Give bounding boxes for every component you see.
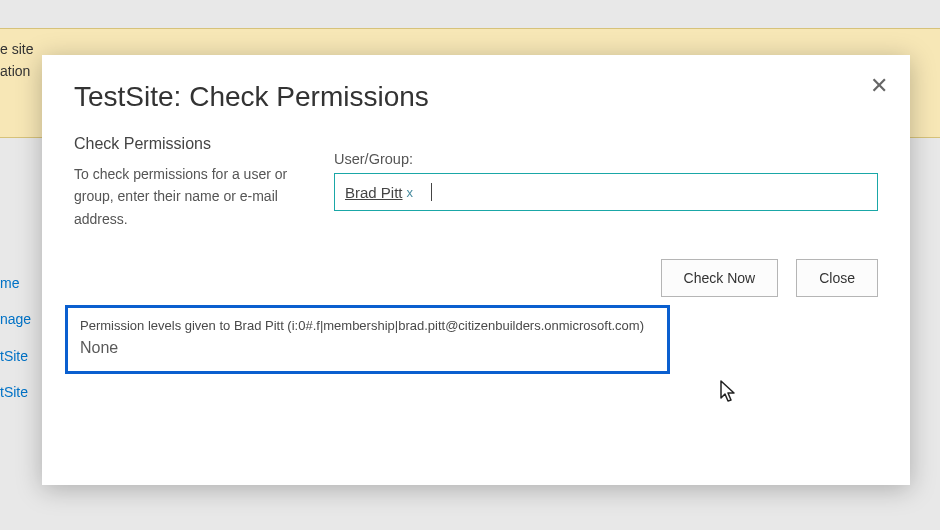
close-icon[interactable]: ✕ (870, 73, 888, 99)
user-group-input[interactable]: Brad Pitt x (334, 173, 878, 211)
left-nav: me nage tSite tSite (0, 265, 31, 411)
result-header: Permission levels given to Brad Pitt (i:… (80, 318, 655, 333)
user-group-label: User/Group: (334, 151, 878, 167)
nav-link[interactable]: tSite (0, 338, 31, 374)
check-now-button[interactable]: Check Now (661, 259, 779, 297)
dialog-title: TestSite: Check Permissions (74, 81, 878, 113)
result-value: None (80, 339, 655, 357)
check-permissions-dialog: ✕ TestSite: Check Permissions Check Perm… (42, 55, 910, 485)
nav-link[interactable]: tSite (0, 374, 31, 410)
nav-link[interactable]: me (0, 265, 31, 301)
nav-link[interactable]: nage (0, 301, 31, 337)
text-cursor (431, 183, 432, 201)
permissions-result-box: Permission levels given to Brad Pitt (i:… (65, 305, 670, 374)
mouse-cursor-icon (720, 380, 738, 404)
section-heading: Check Permissions (74, 135, 294, 153)
close-button[interactable]: Close (796, 259, 878, 297)
section-description: To check permissions for a user or group… (74, 163, 294, 230)
picked-user-chip[interactable]: Brad Pitt (345, 184, 403, 201)
remove-user-icon[interactable]: x (407, 185, 414, 200)
